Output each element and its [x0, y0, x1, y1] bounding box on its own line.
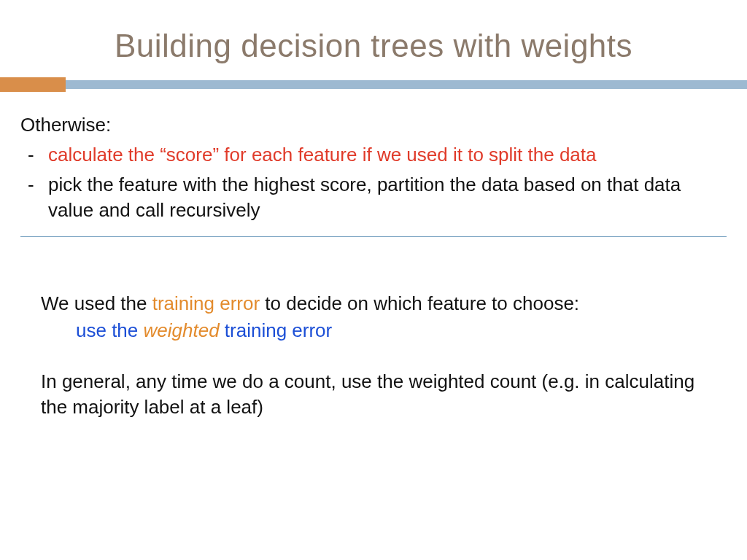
bullet-1: - calculate the “score” for each feature… [20, 142, 709, 168]
p1-part-a: We used the [41, 292, 152, 314]
dash-icon: - [28, 172, 48, 223]
slide: Building decision trees with weights Oth… [0, 0, 747, 560]
p2-highlight: weighted [144, 319, 220, 341]
title-underline [0, 77, 747, 92]
paragraph-2: In general, any time we do a count, use … [41, 369, 706, 420]
p1-part-c: to decide on which feature to choose: [260, 292, 579, 314]
slide-title: Building decision trees with weights [0, 0, 747, 64]
paragraph-1: We used the training error to decide on … [41, 291, 706, 316]
bullet-2: - pick the feature with the highest scor… [20, 172, 709, 223]
accent-bar-orange [0, 77, 66, 92]
paragraph-1-sub: use the weighted training error [41, 318, 706, 343]
bullet-2-text: pick the feature with the highest score,… [48, 172, 709, 223]
body-lower: We used the training error to decide on … [0, 237, 747, 419]
dash-icon: - [28, 142, 48, 168]
p2-part-a: use the [76, 319, 144, 341]
p2-part-c: training error [220, 319, 333, 341]
p1-highlight: training error [152, 292, 260, 314]
accent-bar-blue [66, 80, 747, 89]
body-upper: Otherwise: - calculate the “score” for e… [0, 92, 747, 223]
bullet-1-text: calculate the “score” for each feature i… [48, 142, 709, 168]
otherwise-label: Otherwise: [20, 112, 709, 138]
